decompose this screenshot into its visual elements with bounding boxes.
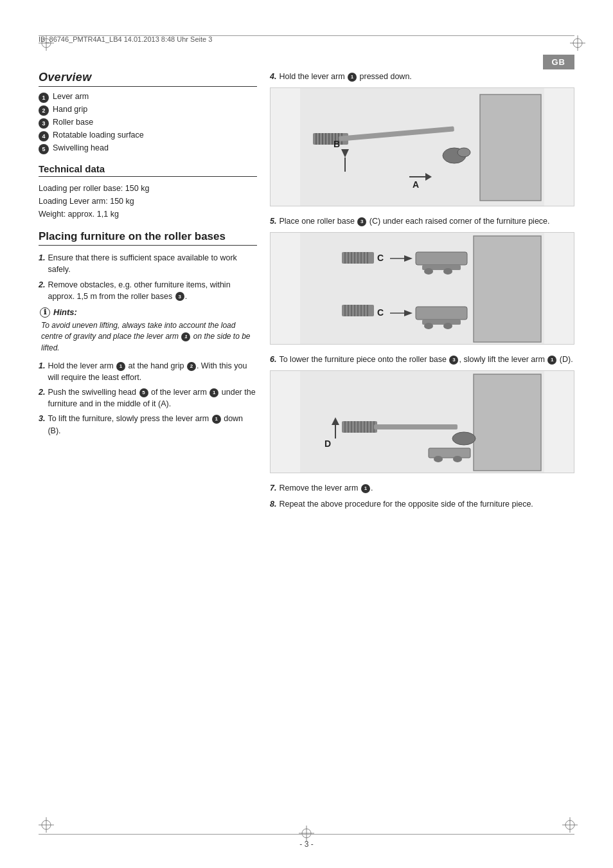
reg-mark-bl bbox=[39, 817, 54, 833]
step-content: Remove obstacles, e.g. other furniture i… bbox=[48, 279, 257, 302]
badge-inline-1c: 1 bbox=[209, 388, 218, 397]
step-content: Repeat the above procedure for the oppos… bbox=[279, 498, 533, 510]
badge-inline-5: 5 bbox=[139, 388, 148, 397]
hints-box: ℹ Hints: To avoid uneven lifting, always… bbox=[39, 307, 257, 354]
svg-point-68 bbox=[453, 456, 462, 462]
hints-text: To avoid uneven lifting, always take int… bbox=[41, 320, 257, 354]
item-label: Rotatable loading surface bbox=[53, 131, 144, 140]
info-icon: ℹ bbox=[40, 307, 50, 318]
svg-point-32 bbox=[443, 268, 452, 275]
svg-rect-80 bbox=[374, 424, 458, 429]
badge-inline-1f: 1 bbox=[547, 356, 556, 365]
tech-line-3: Weight: approx. 1,1 kg bbox=[39, 208, 257, 221]
badge-inline-1a: 1 bbox=[181, 332, 190, 341]
illustration-2-svg: C C bbox=[271, 233, 574, 345]
badge-4: 4 bbox=[39, 131, 49, 141]
page-number: - 3 - bbox=[299, 840, 313, 849]
placing-step-1: 1. Hold the lever arm 1 at the hand grip… bbox=[39, 360, 257, 383]
placing-step-2: 2. Push the swivelling head 5 of the lev… bbox=[39, 386, 257, 410]
step-content: Ensure that there is sufficient space av… bbox=[48, 252, 257, 275]
technical-data-title: Technical data bbox=[39, 163, 257, 177]
step-num: 7. bbox=[270, 482, 276, 494]
illustration-1: B A bbox=[270, 87, 574, 206]
svg-point-67 bbox=[434, 456, 443, 462]
overview-section: Overview 1 Lever arm 2 Hand grip 3 Rolle… bbox=[39, 71, 257, 154]
technical-data-section: Technical data Loading per roller base: … bbox=[39, 163, 257, 221]
svg-text:C: C bbox=[377, 253, 384, 263]
badge-inline-3a: 3 bbox=[357, 217, 366, 226]
list-item: 5 Swivelling head bbox=[39, 143, 257, 154]
list-item: 3 Roller base bbox=[39, 118, 257, 129]
reg-mark-br bbox=[562, 817, 578, 833]
badge-inline-1d: 1 bbox=[212, 415, 221, 424]
step-num: 8. bbox=[270, 498, 276, 510]
step-num: 4. bbox=[270, 71, 276, 82]
step-content: Hold the lever arm 1 at the hand grip 2.… bbox=[48, 360, 257, 383]
right-step-6: 6. To lower the furniture piece onto the… bbox=[270, 354, 574, 365]
svg-rect-48 bbox=[416, 307, 467, 320]
page-footer: - 3 - bbox=[39, 834, 574, 849]
item-label: Swivelling head bbox=[53, 143, 109, 152]
badge-inline-1g: 1 bbox=[361, 484, 370, 493]
step-content: Place one roller base 3 (C) under each r… bbox=[279, 215, 549, 227]
step-num: 6. bbox=[270, 354, 276, 365]
badge-inline-1e: 1 bbox=[348, 73, 357, 82]
svg-text:D: D bbox=[324, 439, 331, 449]
badge-inline-3: 3 bbox=[175, 292, 184, 301]
svg-point-20 bbox=[458, 148, 470, 157]
header-meta: IB_86746_PMTR4A1_LB4 14.01.2013 8:48 Uhr… bbox=[39, 35, 574, 43]
right-step-8: 8. Repeat the above procedure for the op… bbox=[270, 498, 574, 510]
badge-3: 3 bbox=[39, 118, 49, 129]
illustration-3: D bbox=[270, 370, 574, 473]
svg-point-81 bbox=[452, 432, 475, 445]
svg-point-50 bbox=[424, 323, 433, 329]
list-item: 2 Hand grip bbox=[39, 105, 257, 116]
list-item: 1 Lever arm bbox=[39, 92, 257, 103]
left-column: Overview 1 Lever arm 2 Hand grip 3 Rolle… bbox=[39, 71, 257, 817]
svg-text:A: A bbox=[413, 179, 419, 190]
step-content: To lower the furniture piece onto the ro… bbox=[279, 354, 573, 365]
tech-line-1: Loading per roller base: 150 kg bbox=[39, 182, 257, 195]
item-label: Lever arm bbox=[53, 92, 89, 101]
svg-rect-28 bbox=[474, 236, 541, 342]
tech-line-2: Loading Lever arm: 150 kg bbox=[39, 195, 257, 208]
item-label: Roller base bbox=[53, 118, 93, 127]
svg-point-51 bbox=[443, 323, 452, 329]
svg-rect-29 bbox=[416, 252, 467, 265]
svg-rect-66 bbox=[429, 448, 470, 458]
svg-rect-69 bbox=[342, 421, 377, 433]
item-label: Hand grip bbox=[53, 105, 87, 114]
svg-text:B: B bbox=[333, 139, 340, 149]
list-item: 4 Rotatable loading surface bbox=[39, 131, 257, 141]
badge-2: 2 bbox=[39, 105, 49, 116]
badge-inline-1b: 1 bbox=[116, 362, 125, 371]
svg-rect-7 bbox=[480, 95, 541, 201]
badge-inline-2: 2 bbox=[187, 362, 196, 371]
step-content: To lift the furniture, slowly press the … bbox=[48, 413, 257, 436]
reg-mark-tl bbox=[39, 35, 46, 43]
hints-title: ℹ Hints: bbox=[40, 307, 257, 318]
content-area: Overview 1 Lever arm 2 Hand grip 3 Rolle… bbox=[39, 71, 574, 817]
placing-step-pre-2: 2. Remove obstacles, e.g. other furnitur… bbox=[39, 279, 257, 302]
badge-inline-3b: 3 bbox=[449, 356, 458, 365]
placing-title: Placing furniture on the roller bases bbox=[39, 230, 257, 246]
step-content: Remove the lever arm 1. bbox=[279, 482, 373, 494]
step-content: Push the swivelling head 5 of the lever … bbox=[48, 386, 257, 410]
gb-badge: GB bbox=[543, 55, 575, 69]
illustration-3-svg: D bbox=[271, 371, 574, 473]
reg-mark-tr bbox=[570, 35, 578, 43]
step-num: 2. bbox=[39, 386, 45, 398]
illustration-2: C C bbox=[270, 232, 574, 345]
svg-point-31 bbox=[424, 268, 433, 275]
overview-title: Overview bbox=[39, 71, 257, 87]
step-num: 5. bbox=[270, 215, 276, 227]
placing-step-3: 3. To lift the furniture, slowly press t… bbox=[39, 413, 257, 436]
right-step-4: 4. Hold the lever arm 1 pressed down. bbox=[270, 71, 574, 82]
tech-data-lines: Loading per roller base: 150 kg Loading … bbox=[39, 182, 257, 221]
step-num: 3. bbox=[39, 413, 45, 424]
step-num: 1. bbox=[39, 252, 45, 264]
step-content: Hold the lever arm 1 pressed down. bbox=[279, 71, 411, 82]
overview-list: 1 Lever arm 2 Hand grip 3 Roller base 4 … bbox=[39, 92, 257, 154]
placing-step-pre-1: 1. Ensure that there is sufficient space… bbox=[39, 252, 257, 275]
badge-1: 1 bbox=[39, 93, 49, 103]
